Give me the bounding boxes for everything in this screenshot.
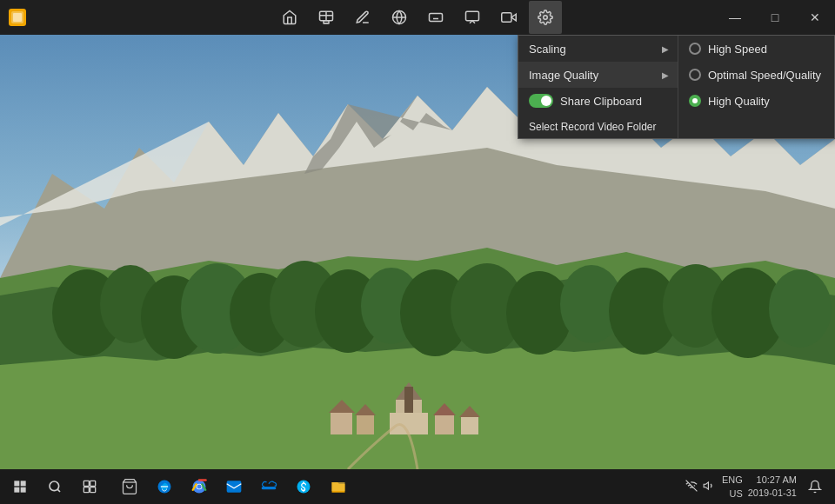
taskbar-app-skype[interactable] [287, 470, 320, 503]
notification-button[interactable] [802, 470, 828, 503]
minimize-button[interactable]: — [715, 1, 755, 34]
high-quality-radio[interactable] [689, 95, 701, 107]
svg-rect-49 [357, 415, 374, 434]
taskbar-clock: 10:27 AM 2019-01-31 [748, 474, 797, 501]
svg-rect-58 [21, 487, 26, 493]
title-bar-center [273, 1, 562, 34]
record-video-folder-menu-item[interactable]: Select Record Video Folder [518, 114, 678, 140]
taskbar-app-onedrive[interactable] [252, 470, 285, 503]
high-speed-radio[interactable] [689, 43, 701, 55]
svg-point-69 [197, 485, 202, 489]
close-button[interactable]: ✕ [795, 1, 835, 34]
background-image: Scaling ▶ Image Quality ▶ Share Clipboar… [0, 35, 835, 469]
pen-button[interactable] [346, 1, 379, 34]
svg-rect-64 [90, 487, 96, 493]
svg-rect-18 [502, 13, 511, 23]
svg-rect-63 [84, 487, 89, 493]
taskbar-apps [113, 470, 355, 503]
svg-rect-57 [14, 487, 19, 493]
svg-rect-55 [14, 481, 19, 486]
high-quality-menu-item[interactable]: High Quality [678, 88, 834, 114]
svg-rect-10 [430, 14, 443, 22]
task-view-button[interactable] [73, 470, 106, 503]
maximize-button[interactable]: □ [755, 1, 795, 34]
share-clipboard-menu-item[interactable]: Share Clipboard [518, 88, 678, 114]
svg-point-59 [50, 481, 59, 491]
taskbar-right: ENG US 10:27 AM 2019-01-31 [685, 470, 835, 503]
taskbar-left [0, 470, 106, 503]
scaling-menu-item[interactable]: Scaling ▶ [518, 36, 678, 62]
keyboard-button[interactable] [419, 1, 452, 34]
share-clipboard-toggle[interactable] [529, 94, 553, 108]
image-quality-label: Image Quality [529, 69, 598, 82]
taskbar-app-store[interactable] [113, 470, 146, 503]
system-tray-lang: ENG US [722, 473, 743, 501]
svg-rect-62 [90, 481, 96, 486]
svg-rect-16 [466, 11, 479, 21]
scaling-label: Scaling [529, 43, 566, 56]
optimal-speed-quality-label: Optimal Speed/Quality [708, 69, 821, 82]
svg-marker-74 [704, 482, 708, 489]
title-bar-left [0, 7, 35, 28]
title-bar: — □ ✕ [0, 0, 835, 35]
svg-rect-61 [84, 481, 89, 486]
svg-point-19 [544, 16, 548, 20]
high-quality-label: High Quality [708, 95, 770, 108]
image-quality-menu-item[interactable]: Image Quality ▶ [518, 62, 678, 88]
network-icon [685, 480, 698, 494]
svg-rect-47 [331, 413, 352, 434]
taskbar-app-chrome[interactable] [183, 470, 216, 503]
svg-rect-46 [390, 413, 428, 434]
taskbar: ENG US 10:27 AM 2019-01-31 [0, 469, 835, 504]
start-button[interactable] [3, 470, 37, 503]
svg-rect-45 [404, 387, 413, 413]
home-button[interactable] [273, 1, 306, 34]
search-button[interactable] [38, 470, 71, 503]
optimal-speed-radio[interactable] [689, 69, 701, 81]
title-bar-right: — □ ✕ [715, 1, 835, 34]
svg-point-42 [769, 269, 832, 348]
optimal-speed-quality-menu-item[interactable]: Optimal Speed/Quality [678, 62, 834, 88]
taskbar-app-outlook[interactable] [217, 470, 250, 503]
svg-rect-51 [435, 415, 454, 434]
record-video-folder-label: Select Record Video Folder [529, 121, 657, 133]
scaling-arrow: ▶ [662, 44, 669, 54]
image-quality-arrow: ▶ [662, 70, 669, 80]
share-clipboard-label: Share Clipboard [560, 95, 642, 108]
display-button[interactable] [456, 1, 489, 34]
taskbar-app-edge[interactable] [148, 470, 181, 503]
app-icon [7, 7, 28, 28]
main-content: Scaling ▶ Image Quality ▶ Share Clipboar… [0, 35, 835, 469]
multiscreen-button[interactable] [310, 1, 343, 34]
globe-button[interactable] [383, 1, 416, 34]
svg-line-60 [57, 489, 60, 492]
svg-marker-17 [511, 14, 516, 21]
svg-rect-56 [21, 481, 26, 486]
svg-rect-53 [461, 417, 478, 434]
svg-rect-2 [13, 13, 22, 22]
video-button[interactable] [492, 1, 525, 34]
high-speed-label: High Speed [708, 43, 767, 56]
settings-button[interactable] [529, 1, 562, 34]
taskbar-app-explorer[interactable] [322, 470, 355, 503]
settings-dropdown: Scaling ▶ Image Quality ▶ Share Clipboar… [518, 35, 835, 139]
high-speed-menu-item[interactable]: High Speed [678, 36, 834, 62]
volume-icon [703, 480, 715, 494]
system-tray-icons [685, 480, 715, 494]
svg-rect-70 [227, 481, 242, 492]
